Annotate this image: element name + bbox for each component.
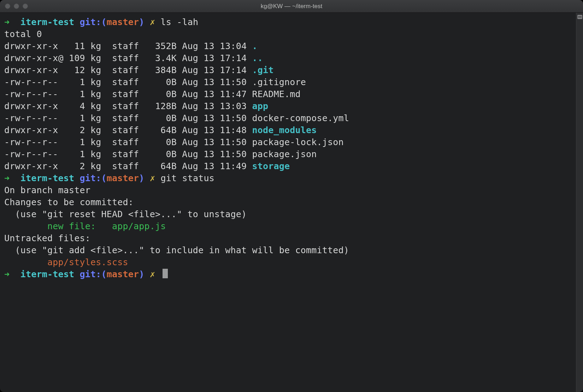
ls-row: -rw-r--r-- 1 kg staff 0B Aug 13 11:50 do… [4,112,572,124]
traffic-lights [5,4,28,9]
prompt-line: ➜ iterm-test git:(master) ✗ [4,268,572,280]
git-label: git:( [80,269,107,279]
terminal-output[interactable]: ➜ iterm-test git:(master) ✗ ls -lahtotal… [0,13,576,392]
git-branch-line: On branch master [4,184,572,196]
ls-name: . [252,41,258,51]
git-staged-hint: (use "git reset HEAD <file>..." to unsta… [4,208,572,220]
ls-row: -rw-r--r-- 1 kg staff 0B Aug 13 11:47 RE… [4,88,572,100]
command-text: git status [160,173,214,183]
terminal-window: kg@KW — ~/iterm-test ➜ iterm-test git:(m… [0,0,583,392]
ls-row: drwxr-xr-x 2 kg staff 64B Aug 13 11:48 n… [4,124,572,136]
ls-name: .. [252,53,263,63]
ls-row: drwxr-xr-x 2 kg staff 64B Aug 13 11:49 s… [4,160,572,172]
ls-name: docker-compose.yml [252,113,349,123]
window-title: kg@KW — ~/iterm-test [0,3,583,10]
dirty-icon: ✗ [150,173,155,183]
ls-name: app [252,101,269,111]
arrow-icon: ➜ [4,269,10,279]
prompt-cwd: iterm-test [20,269,75,279]
annotations-icon[interactable] [577,15,582,19]
prompt-cwd: iterm-test [20,17,75,27]
git-staged-file: new file: app/app.js [4,220,572,232]
git-untracked-file: app/styles.scss [4,256,572,268]
window-body: ➜ iterm-test git:(master) ✗ ls -lahtotal… [0,13,583,392]
titlebar[interactable]: kg@KW — ~/iterm-test [0,0,583,13]
git-untracked-hint: (use "git add <file>..." to include in w… [4,244,572,256]
ls-name: node_modules [252,125,317,135]
git-label: git:( [80,17,107,27]
prompt-line: ➜ iterm-test git:(master) ✗ git status [4,172,572,184]
ls-name: package-lock.json [252,137,344,147]
arrow-icon: ➜ [4,173,10,183]
ls-name: .gitignore [252,77,306,87]
dirty-icon: ✗ [150,269,155,279]
ls-total: total 0 [4,28,572,40]
arrow-icon: ➜ [4,17,10,27]
scrollbar-gutter[interactable] [576,13,583,392]
prompt-cwd: iterm-test [20,173,75,183]
git-label: git:( [80,173,107,183]
git-label-close: ) [139,17,144,27]
ls-row: drwxr-xr-x 4 kg staff 128B Aug 13 13:03 … [4,100,572,112]
ls-row: -rw-r--r-- 1 kg staff 0B Aug 13 11:50 pa… [4,136,572,148]
ls-name: .git [252,65,274,75]
cursor [163,269,168,278]
ls-name: package.json [252,149,317,159]
close-icon[interactable] [5,4,10,9]
git-label-close: ) [139,269,144,279]
ls-row: drwxr-xr-x@ 109 kg staff 3.4K Aug 13 17:… [4,52,572,64]
ls-name: storage [252,161,290,171]
minimize-icon[interactable] [14,4,19,9]
command-text: ls -lah [160,17,198,27]
ls-name: README.md [252,89,301,99]
git-branch: master [107,173,139,183]
git-branch: master [107,269,139,279]
ls-row: -rw-r--r-- 1 kg staff 0B Aug 13 11:50 .g… [4,76,572,88]
git-branch: master [107,17,139,27]
git-staged-header: Changes to be committed: [4,196,572,208]
ls-row: drwxr-xr-x 11 kg staff 352B Aug 13 13:04… [4,40,572,52]
prompt-line: ➜ iterm-test git:(master) ✗ ls -lah [4,16,572,28]
dirty-icon: ✗ [150,17,155,27]
zoom-icon[interactable] [23,4,28,9]
ls-row: drwxr-xr-x 12 kg staff 384B Aug 13 17:14… [4,64,572,76]
git-label-close: ) [139,173,144,183]
ls-row: -rw-r--r-- 1 kg staff 0B Aug 13 11:50 pa… [4,148,572,160]
git-untracked-header: Untracked files: [4,232,572,244]
